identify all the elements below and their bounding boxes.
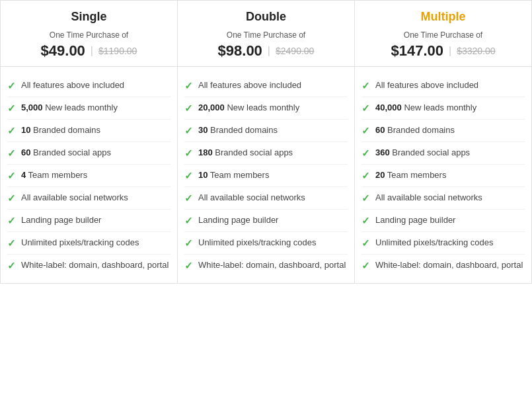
feature-item: ✓All available social networks [184, 187, 348, 210]
feature-text: Unlimited pixels/tracking codes [198, 237, 316, 249]
feature-item: ✓60 Branded social apps [7, 142, 171, 165]
plan-single: SingleOne Time Purchase of$49.00|$1190.0… [1, 1, 178, 283]
check-icon: ✓ [7, 237, 16, 249]
price-row-single: $49.00|$1190.00 [7, 42, 171, 60]
feature-text: White-label: domain, dashboard, portal [198, 259, 346, 271]
feature-item: ✓White-label: domain, dashboard, portal [7, 255, 171, 276]
check-icon: ✓ [184, 237, 193, 249]
feature-item: ✓360 Branded social apps [361, 142, 525, 165]
feature-item: ✓4 Team members [7, 165, 171, 187]
feature-item: ✓Unlimited pixels/tracking codes [184, 232, 348, 255]
price-divider-multiple: | [449, 45, 451, 57]
check-icon: ✓ [184, 170, 193, 182]
feature-text: 60 Branded social apps [21, 147, 111, 159]
check-icon: ✓ [184, 103, 193, 114]
feature-text: 10 Team members [198, 169, 269, 181]
price-row-multiple: $147.00|$3320.00 [361, 42, 525, 60]
feature-item: ✓30 Branded domains [184, 120, 348, 142]
feature-item: ✓All features above included [361, 75, 525, 97]
price-main-multiple: $147.00 [391, 42, 443, 60]
feature-text: 360 Branded social apps [375, 147, 470, 159]
feature-item: ✓Unlimited pixels/tracking codes [361, 232, 525, 255]
feature-item: ✓Landing page builder [361, 210, 525, 232]
check-icon: ✓ [184, 215, 193, 227]
plan-name-single: Single [7, 10, 171, 24]
plan-header-multiple: MultipleOne Time Purchase of$147.00|$332… [355, 1, 531, 67]
check-icon: ✓ [7, 147, 16, 159]
check-icon: ✓ [7, 80, 16, 92]
price-original-single: $1190.00 [98, 46, 137, 56]
check-icon: ✓ [361, 192, 370, 204]
feature-item: ✓10 Team members [184, 165, 348, 187]
plan-name-multiple: Multiple [361, 10, 525, 24]
price-original-multiple: $3320.00 [457, 46, 495, 56]
check-icon: ✓ [7, 170, 16, 182]
feature-item: ✓Unlimited pixels/tracking codes [7, 232, 171, 255]
feature-text: 4 Team members [21, 169, 87, 181]
one-time-label-single: One Time Purchase of [7, 30, 171, 40]
feature-item: ✓All features above included [7, 75, 171, 97]
feature-text: All available social networks [198, 192, 305, 204]
check-icon: ✓ [361, 215, 370, 227]
feature-text: All features above included [21, 79, 124, 91]
features-list-single: ✓All features above included✓5,000 New l… [1, 67, 177, 283]
feature-text: Landing page builder [375, 214, 455, 226]
check-icon: ✓ [184, 80, 193, 92]
pricing-table: SingleOne Time Purchase of$49.00|$1190.0… [0, 0, 532, 284]
check-icon: ✓ [7, 260, 16, 272]
one-time-label-double: One Time Purchase of [184, 30, 348, 40]
feature-text: All features above included [198, 79, 301, 91]
check-icon: ✓ [184, 192, 193, 204]
check-icon: ✓ [361, 103, 370, 114]
price-divider-double: | [268, 45, 270, 57]
price-main-single: $49.00 [41, 42, 85, 60]
check-icon: ✓ [361, 80, 370, 92]
check-icon: ✓ [7, 125, 16, 137]
price-divider-single: | [91, 45, 93, 57]
features-list-double: ✓All features above included✓20,000 New … [178, 67, 354, 283]
feature-item: ✓10 Branded domains [7, 120, 171, 142]
feature-text: 20,000 New leads monthly [198, 102, 299, 114]
feature-item: ✓All features above included [184, 75, 348, 97]
check-icon: ✓ [361, 237, 370, 249]
plan-multiple: MultipleOne Time Purchase of$147.00|$332… [355, 1, 531, 283]
feature-text: Landing page builder [21, 214, 101, 226]
feature-text: All available social networks [21, 192, 128, 204]
check-icon: ✓ [361, 260, 370, 272]
feature-item: ✓20,000 New leads monthly [184, 97, 348, 120]
feature-text: Unlimited pixels/tracking codes [21, 237, 139, 249]
check-icon: ✓ [7, 103, 16, 114]
feature-item: ✓40,000 New leads monthly [361, 97, 525, 120]
feature-text: Unlimited pixels/tracking codes [375, 237, 493, 249]
feature-item: ✓180 Branded social apps [184, 142, 348, 165]
feature-text: All features above included [375, 79, 478, 91]
feature-item: ✓White-label: domain, dashboard, portal [361, 255, 525, 276]
feature-item: ✓Landing page builder [184, 210, 348, 232]
feature-text: 60 Branded domains [375, 124, 455, 136]
plan-header-double: DoubleOne Time Purchase of$98.00|$2490.0… [178, 1, 354, 67]
check-icon: ✓ [361, 125, 370, 137]
check-icon: ✓ [184, 147, 193, 159]
check-icon: ✓ [361, 170, 370, 182]
feature-text: Landing page builder [198, 214, 278, 226]
features-list-multiple: ✓All features above included✓40,000 New … [355, 67, 531, 283]
feature-text: 20 Team members [375, 169, 446, 181]
feature-item: ✓White-label: domain, dashboard, portal [184, 255, 348, 276]
check-icon: ✓ [7, 192, 16, 204]
plan-name-double: Double [184, 10, 348, 24]
feature-item: ✓60 Branded domains [361, 120, 525, 142]
plan-header-single: SingleOne Time Purchase of$49.00|$1190.0… [1, 1, 177, 67]
feature-text: 180 Branded social apps [198, 147, 293, 159]
feature-text: 30 Branded domains [198, 124, 278, 136]
plan-double: DoubleOne Time Purchase of$98.00|$2490.0… [178, 1, 355, 283]
feature-item: ✓Landing page builder [7, 210, 171, 232]
one-time-label-multiple: One Time Purchase of [361, 30, 525, 40]
feature-item: ✓20 Team members [361, 165, 525, 187]
feature-item: ✓All available social networks [7, 187, 171, 210]
check-icon: ✓ [184, 260, 193, 272]
feature-item: ✓All available social networks [361, 187, 525, 210]
check-icon: ✓ [184, 125, 193, 137]
price-original-double: $2490.00 [276, 46, 314, 56]
feature-text: White-label: domain, dashboard, portal [375, 259, 523, 271]
feature-text: 10 Branded domains [21, 124, 100, 136]
